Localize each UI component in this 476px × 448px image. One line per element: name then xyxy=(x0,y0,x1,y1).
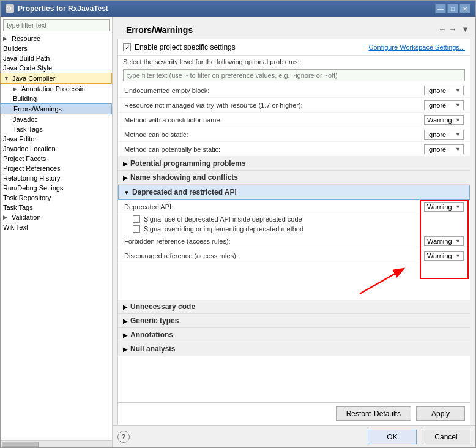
null-analysis-title: Null analysis xyxy=(130,345,175,353)
undocumented-select[interactable]: Ignore ▼ xyxy=(424,86,464,95)
sidebar-item-java-code-style[interactable]: Java Code Style xyxy=(1,63,112,73)
sidebar-item-task-tags[interactable]: Task Tags xyxy=(1,124,112,134)
project-references-label: Project References xyxy=(3,165,61,172)
cancel-button[interactable]: Cancel xyxy=(422,430,470,444)
method-static-arrow-icon: ▼ xyxy=(455,132,461,138)
settings-scroll-area: Undocumented empty block: Ignore ▼ Resou… xyxy=(118,83,470,402)
select-description: Select the severity level for the follow… xyxy=(118,56,470,67)
discouraged-reference-label: Discouraged reference (access rules): xyxy=(124,252,424,259)
unnecessary-title: Unnecessary code xyxy=(130,302,195,311)
apply-button[interactable]: Apply xyxy=(416,406,465,421)
sidebar-item-refactoring-history[interactable]: Refactoring History xyxy=(1,173,112,183)
method-static-select[interactable]: Ignore ▼ xyxy=(424,130,464,140)
deprecated-api-select[interactable]: Warning ▼ xyxy=(424,202,464,212)
enable-label: Enable project specific settings xyxy=(135,43,236,51)
configure-workspace-link[interactable]: Configure Workspace Settings... xyxy=(368,43,465,51)
sidebar-item-javadoc[interactable]: Javadoc xyxy=(1,114,112,124)
deprecated-api-label: Deprecated API: xyxy=(124,203,424,211)
help-button[interactable]: ? xyxy=(117,431,130,443)
generic-types-arrow-icon: ▶ xyxy=(123,318,128,324)
settings-panel: ✓ Enable project specific settings Confi… xyxy=(117,39,470,425)
generic-types-title: Generic types xyxy=(130,316,179,325)
deprecated-arrow-icon: ▼ xyxy=(124,189,130,196)
section-annotations[interactable]: ▶ Annotations xyxy=(118,328,470,342)
sidebar-item-run-debug-settings[interactable]: Run/Debug Settings xyxy=(1,183,112,193)
svg-line-1 xyxy=(360,269,403,294)
signal-overriding-checkbox[interactable] xyxy=(133,225,140,233)
sidebar-item-annotation-processing[interactable]: ▶ Annotation Processin xyxy=(1,84,112,94)
enable-checkbox[interactable]: ✓ xyxy=(123,43,131,51)
settings-filter-input[interactable] xyxy=(123,69,465,81)
java-build-path-label: Java Build Path xyxy=(3,54,50,62)
content-area: ▶ Resource Builders Java Build Path Java… xyxy=(1,17,475,447)
java-compiler-arrow: ▼ xyxy=(4,75,11,81)
sidebar-item-resource[interactable]: ▶ Resource xyxy=(1,34,112,43)
method-potentially-static-arrow-icon: ▼ xyxy=(455,146,461,152)
nav-forward-button[interactable]: → xyxy=(448,24,456,34)
sidebar-scrollbar[interactable] xyxy=(1,440,112,447)
nav-menu-button[interactable]: ▼ xyxy=(461,24,469,34)
forbidden-reference-label: Forbidden reference (access rules): xyxy=(124,237,424,245)
sidebar-item-building[interactable]: Building xyxy=(1,94,112,103)
forbidden-reference-arrow-icon: ▼ xyxy=(455,238,461,244)
section-generic-types[interactable]: ▶ Generic types xyxy=(118,314,470,328)
method-potentially-static-select[interactable]: Ignore ▼ xyxy=(424,144,464,154)
resource-label: Resource xyxy=(12,35,40,42)
sidebar-item-validation[interactable]: ▶ Validation xyxy=(1,212,112,222)
section-deprecated-api[interactable]: ▼ Deprecated and restricted API xyxy=(118,185,470,200)
section-null-analysis[interactable]: ▶ Null analysis xyxy=(118,342,470,356)
section-unnecessary-code[interactable]: ▶ Unnecessary code xyxy=(118,300,470,314)
name-shadowing-title: Name shadowing and conflicts xyxy=(130,173,238,182)
setting-resource-not-managed: Resource not managed via try-with-resour… xyxy=(118,98,470,113)
method-potentially-static-value: Ignore xyxy=(427,146,446,153)
sidebar-item-task-repository[interactable]: Task Repository xyxy=(1,193,112,203)
task-repository-label: Task Repository xyxy=(3,194,51,201)
javadoc-label: Javadoc xyxy=(13,116,38,123)
sidebar-filter-input[interactable] xyxy=(3,19,110,31)
method-static-label: Method can be static: xyxy=(124,131,424,138)
sidebar-item-wikitext[interactable]: WikiText xyxy=(1,222,112,232)
setting-method-potentially-static: Method can potentially be static: Ignore… xyxy=(118,142,470,157)
forbidden-reference-select[interactable]: Warning ▼ xyxy=(424,236,464,246)
resource-not-managed-label: Resource not managed via try-with-resour… xyxy=(124,102,424,109)
sidebar-item-builders[interactable]: Builders xyxy=(1,43,112,53)
sidebar-item-javadoc-location[interactable]: Javadoc Location xyxy=(1,144,112,154)
sidebar-item-java-editor[interactable]: Java Editor xyxy=(1,134,112,144)
sidebar-item-project-references[interactable]: Project References xyxy=(1,163,112,173)
javadoc-location-label: Javadoc Location xyxy=(3,145,56,152)
restore-defaults-button[interactable]: Restore Defaults xyxy=(336,406,411,421)
name-shadowing-arrow-icon: ▶ xyxy=(123,174,128,181)
method-static-value: Ignore xyxy=(427,131,446,138)
minimize-button[interactable]: — xyxy=(435,4,446,13)
nav-back-button[interactable]: ← xyxy=(438,24,446,34)
close-button[interactable]: ✕ xyxy=(459,4,470,13)
sidebar-item-errors-warnings[interactable]: Errors/Warnings xyxy=(1,103,112,114)
ok-button[interactable]: OK xyxy=(368,430,417,444)
footer-bar: ? OK Cancel xyxy=(113,425,475,447)
signal-deprecated-label: Signal use of deprecated API inside depr… xyxy=(144,215,302,223)
signal-overriding-label: Signal overriding or implementing deprec… xyxy=(144,225,303,233)
project-facets-label: Project Facets xyxy=(3,155,46,162)
builders-label: Builders xyxy=(3,45,28,52)
restore-button[interactable]: □ xyxy=(447,4,458,13)
window-title: Properties for RxJavaTest xyxy=(18,4,108,13)
window-icon: ⚙ xyxy=(6,4,14,13)
discouraged-reference-select[interactable]: Warning ▼ xyxy=(424,251,464,261)
section-potential-programming[interactable]: ▶ Potential programming problems xyxy=(118,157,470,171)
sidebar-item-java-build-path[interactable]: Java Build Path xyxy=(1,53,112,63)
sidebar-item-project-facets[interactable]: Project Facets xyxy=(1,154,112,163)
subsetting-signal-deprecated: Signal use of deprecated API inside depr… xyxy=(118,214,470,224)
scrollbar-thumb[interactable] xyxy=(2,442,39,447)
wikitext-label: WikiText xyxy=(3,223,28,231)
task-tags2-label: Task Tags xyxy=(3,204,33,211)
setting-undocumented-empty-block: Undocumented empty block: Ignore ▼ xyxy=(118,83,470,98)
run-debug-settings-label: Run/Debug Settings xyxy=(3,184,63,192)
enable-row: ✓ Enable project specific settings Confi… xyxy=(118,39,470,56)
signal-deprecated-checkbox[interactable] xyxy=(133,215,140,223)
potential-arrow-icon: ▶ xyxy=(123,160,128,167)
sidebar-item-java-compiler[interactable]: ▼ Java Compiler xyxy=(1,73,112,84)
sidebar-item-task-tags2[interactable]: Task Tags xyxy=(1,203,112,212)
resource-not-managed-select[interactable]: Ignore ▼ xyxy=(424,100,464,110)
section-name-shadowing[interactable]: ▶ Name shadowing and conflicts xyxy=(118,171,470,185)
method-constructor-select[interactable]: Warning ▼ xyxy=(424,115,464,125)
